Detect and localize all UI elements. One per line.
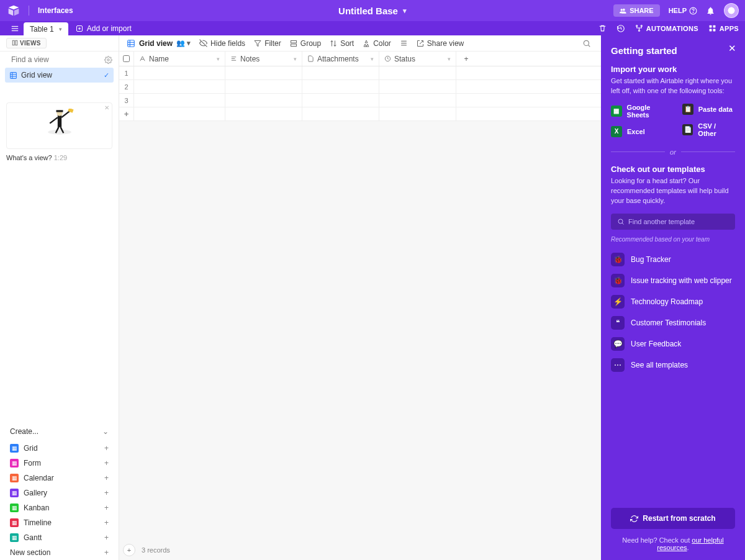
template-search-input[interactable]: [628, 218, 729, 225]
import-heading: Import your work: [611, 65, 735, 74]
need-help-text: Need help? Check out our helpful resourc…: [611, 536, 735, 551]
create-gallery[interactable]: ▦Gallery+: [0, 485, 119, 500]
share-view-button[interactable]: Share view: [417, 39, 464, 48]
close-icon[interactable]: ✕: [104, 104, 109, 111]
grid-area: Name▾ Notes▾ Attachments▾ Status▾ + 123 …: [119, 52, 601, 560]
import-google-sheets[interactable]: ▦Google Sheets: [611, 104, 674, 119]
video-thumbnail[interactable]: ✕: [6, 102, 112, 149]
svg-point-11: [636, 25, 637, 27]
panel-title: Getting started: [611, 45, 735, 56]
create-kanban[interactable]: ▦Kanban+: [0, 500, 119, 515]
svg-point-42: [584, 40, 589, 45]
notifications-icon[interactable]: [706, 6, 715, 16]
views-toggle[interactable]: VIEWS: [6, 38, 47, 48]
column-attachments[interactable]: Attachments▾: [302, 52, 379, 66]
create-header[interactable]: Create...: [0, 422, 119, 441]
template-item[interactable]: ⚡Technology Roadmap: [611, 291, 735, 312]
find-view: [0, 52, 119, 68]
apps-button[interactable]: APPS: [708, 24, 739, 32]
template-item[interactable]: 🐞Issue tracking with web clipper: [611, 270, 735, 291]
create-timeline[interactable]: ▦Timeline+: [0, 515, 119, 530]
filter-button[interactable]: Filter: [254, 39, 281, 48]
view-item-grid[interactable]: Grid view ✓: [5, 68, 114, 83]
svg-marker-0: [9, 6, 19, 10]
find-view-input[interactable]: [11, 55, 104, 64]
group-button[interactable]: Group: [290, 39, 321, 48]
svg-rect-37: [291, 40, 296, 43]
logo-icon[interactable]: [7, 4, 20, 17]
tab-table-1[interactable]: Table 1: [24, 22, 68, 35]
svg-rect-30: [56, 111, 63, 112]
svg-point-4: [693, 12, 693, 12]
svg-rect-14: [709, 25, 711, 28]
table-row[interactable]: 1: [119, 66, 601, 80]
view-settings-icon[interactable]: [104, 55, 112, 64]
create-grid[interactable]: ▦Grid+: [0, 441, 119, 456]
template-item[interactable]: ⋯See all templates: [611, 355, 735, 376]
svg-line-43: [588, 45, 590, 47]
svg-line-49: [622, 223, 624, 225]
record-count: 3 records: [142, 546, 170, 554]
search-icon[interactable]: [582, 38, 591, 48]
video-caption: What's a view? 1:29: [6, 154, 112, 161]
table-row[interactable]: 3: [119, 94, 601, 107]
svg-rect-28: [57, 115, 61, 127]
restart-button[interactable]: Restart from scratch: [611, 508, 735, 529]
color-button[interactable]: Color: [363, 39, 391, 48]
svg-marker-1: [9, 9, 14, 16]
table-row[interactable]: 2: [119, 80, 601, 94]
column-notes[interactable]: Notes▾: [225, 52, 302, 66]
svg-rect-32: [128, 40, 135, 47]
create-calendar[interactable]: ▦Calendar+: [0, 471, 119, 485]
svg-point-12: [641, 25, 642, 27]
table-header: Name▾ Notes▾ Attachments▾ Status▾ +: [119, 52, 601, 66]
import-excel[interactable]: XExcel: [611, 126, 674, 137]
create-gantt[interactable]: ▦Gantt+: [0, 530, 119, 545]
help-link[interactable]: HELP: [669, 7, 697, 15]
add-or-import-button[interactable]: Add or import: [76, 21, 132, 35]
add-column-button[interactable]: +: [456, 52, 476, 66]
avatar[interactable]: [724, 3, 739, 18]
svg-rect-17: [713, 29, 715, 32]
collaborators-icon[interactable]: 👥 ▾: [176, 39, 191, 47]
svg-rect-16: [709, 29, 711, 32]
base-name-dropdown[interactable]: Untitled Base: [338, 6, 407, 16]
view-toolbar: Grid view 👥 ▾ Hide fields Filter Group S…: [119, 35, 601, 52]
menu-icon[interactable]: [6, 21, 24, 35]
trash-icon[interactable]: [598, 24, 607, 33]
template-item[interactable]: 🐞Bug Tracker: [611, 249, 735, 270]
main: Grid view 👥 ▾ Hide fields Filter Group S…: [119, 35, 601, 560]
tab-bar: Table 1 Add or import AUTOMATIONS APPS: [0, 21, 745, 35]
template-search[interactable]: [611, 214, 735, 230]
template-item[interactable]: 💬User Feedback: [611, 333, 735, 355]
svg-rect-38: [291, 44, 296, 47]
svg-point-27: [48, 130, 71, 135]
column-name[interactable]: Name▾: [134, 52, 225, 66]
recommended-label: Recommended based on your team: [611, 236, 735, 243]
add-record-button[interactable]: +: [123, 544, 135, 556]
create-form[interactable]: ▦Form+: [0, 456, 119, 471]
check-icon: ✓: [104, 71, 109, 79]
row-height-button[interactable]: [400, 39, 408, 47]
search-icon: [617, 218, 625, 225]
close-icon[interactable]: ✕: [728, 43, 736, 54]
column-status[interactable]: Status▾: [379, 52, 456, 66]
video-illustration: [44, 109, 75, 143]
svg-marker-2: [14, 9, 19, 16]
automations-button[interactable]: AUTOMATIONS: [635, 24, 698, 32]
history-icon[interactable]: [616, 24, 625, 32]
new-section-button[interactable]: New section+: [0, 545, 119, 560]
interfaces-link[interactable]: Interfaces: [38, 6, 73, 15]
sort-button[interactable]: Sort: [330, 39, 354, 48]
template-item[interactable]: ❝Customer Testimonials: [611, 312, 735, 333]
top-bar: Interfaces Untitled Base SHARE HELP: [0, 0, 745, 21]
import-paste[interactable]: 📋Paste data: [682, 104, 735, 115]
sidebar: VIEWS Grid view ✓ ✕: [0, 35, 119, 560]
select-all-checkbox[interactable]: [123, 55, 130, 62]
view-name-dropdown[interactable]: Grid view 👥 ▾: [127, 39, 191, 48]
import-csv[interactable]: 📄CSV / Other: [682, 122, 735, 137]
hide-fields-button[interactable]: Hide fields: [199, 39, 245, 48]
share-button[interactable]: SHARE: [613, 4, 660, 17]
svg-rect-15: [713, 25, 715, 28]
add-row-button[interactable]: +: [119, 107, 601, 121]
